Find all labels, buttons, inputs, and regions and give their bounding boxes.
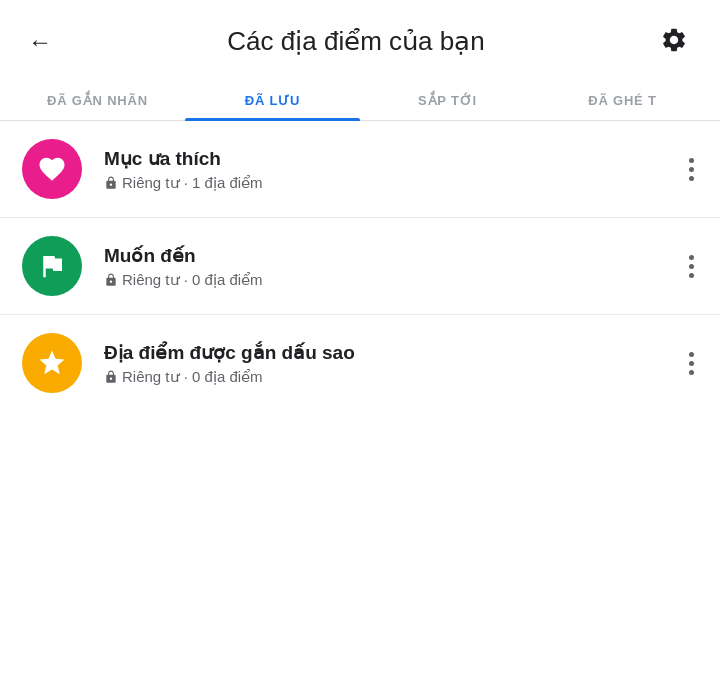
lock-icon	[104, 370, 118, 384]
starred-title: Địa điểm được gắn dấu sao	[104, 341, 675, 364]
favorites-more-button[interactable]	[683, 150, 700, 189]
starred-info: Địa điểm được gắn dấu sao Riêng tư · 0 đ…	[104, 341, 675, 386]
flag-icon	[37, 251, 67, 281]
page-title: Các địa điểm của bạn	[227, 26, 484, 57]
lock-icon	[104, 273, 118, 287]
tab-saved[interactable]: ĐÃ LƯU	[185, 79, 360, 120]
tab-upcoming[interactable]: SẮP TỚI	[360, 79, 535, 120]
want-to-go-icon-circle	[22, 236, 82, 296]
starred-more-button[interactable]	[683, 344, 700, 383]
dot	[689, 273, 694, 278]
back-button[interactable]: ←	[20, 22, 60, 62]
want-to-go-title: Muốn đến	[104, 244, 675, 267]
settings-button[interactable]	[652, 18, 696, 65]
dot	[689, 255, 694, 260]
want-to-go-info: Muốn đến Riêng tư · 0 địa điểm	[104, 244, 675, 289]
dot	[689, 370, 694, 375]
starred-subtitle: Riêng tư · 0 địa điểm	[104, 368, 675, 386]
tab-bar: ĐÃ GẮN NHÃN ĐÃ LƯU SẮP TỚI ĐÃ GHÉ T	[0, 79, 720, 121]
list-item: Địa điểm được gắn dấu sao Riêng tư · 0 đ…	[0, 315, 720, 411]
favorites-info: Mục ưa thích Riêng tư · 1 địa điểm	[104, 147, 675, 192]
star-icon	[37, 348, 67, 378]
gear-icon	[660, 26, 688, 54]
tab-visited[interactable]: ĐÃ GHÉ T	[535, 79, 710, 120]
places-list: Mục ưa thích Riêng tư · 1 địa điểm Muốn …	[0, 121, 720, 411]
starred-icon-circle	[22, 333, 82, 393]
lock-icon	[104, 176, 118, 190]
header: ← Các địa điểm của bạn	[0, 0, 720, 79]
favorites-subtitle: Riêng tư · 1 địa điểm	[104, 174, 675, 192]
want-to-go-more-button[interactable]	[683, 247, 700, 286]
dot	[689, 158, 694, 163]
dot	[689, 176, 694, 181]
tab-labeled[interactable]: ĐÃ GẮN NHÃN	[10, 79, 185, 120]
dot	[689, 264, 694, 269]
list-item: Mục ưa thích Riêng tư · 1 địa điểm	[0, 121, 720, 218]
heart-icon	[37, 154, 67, 184]
dot	[689, 352, 694, 357]
favorites-title: Mục ưa thích	[104, 147, 675, 170]
dot	[689, 167, 694, 172]
list-item: Muốn đến Riêng tư · 0 địa điểm	[0, 218, 720, 315]
favorites-icon-circle	[22, 139, 82, 199]
want-to-go-subtitle: Riêng tư · 0 địa điểm	[104, 271, 675, 289]
dot	[689, 361, 694, 366]
